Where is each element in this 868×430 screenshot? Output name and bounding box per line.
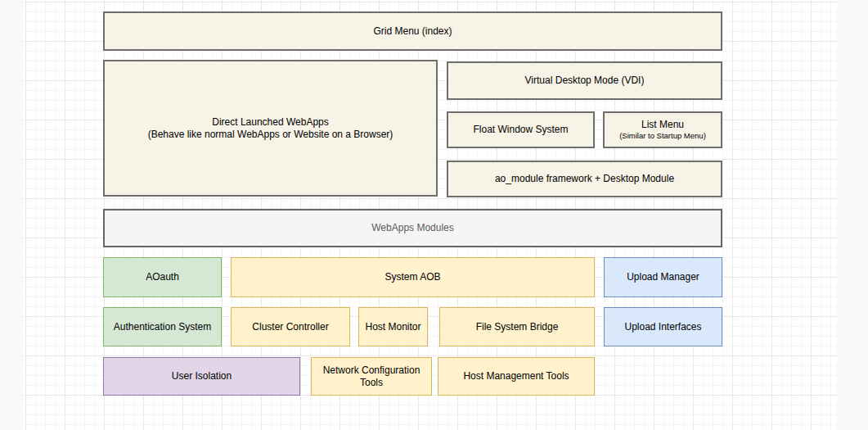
node-webapps-modules: WebApps Modules [103, 209, 722, 247]
node-network-configuration-tools: Network Configuration Tools [311, 357, 432, 396]
node-cluster-controller: Cluster Controller [231, 307, 350, 346]
node-grid-menu-label: Grid Menu (index) [373, 25, 452, 38]
node-user-isolation-label: User Isolation [172, 370, 232, 382]
node-upload-interfaces-label: Upload Interfaces [624, 321, 701, 333]
node-aoauth-label: AOauth [146, 271, 179, 283]
diagram-page: Grid Menu (index) Direct Launched WebApp… [0, 0, 868, 430]
node-direct-launched-webapps-sublabel: (Behave like normal WebApps or Website o… [148, 129, 394, 141]
node-file-system-bridge: File System Bridge [439, 307, 595, 346]
node-upload-interfaces: Upload Interfaces [604, 307, 722, 346]
node-list-menu-label: List Menu [641, 119, 684, 131]
node-cluster-controller-label: Cluster Controller [252, 321, 328, 333]
node-aoauth: AOauth [103, 257, 222, 297]
node-grid-menu: Grid Menu (index) [103, 11, 722, 51]
node-ao-module-framework-label: ao_module framework + Desktop Module [495, 173, 674, 185]
node-direct-launched-webapps: Direct Launched WebApps (Behave like nor… [103, 60, 438, 197]
node-system-aob: System AOB [231, 257, 595, 297]
node-float-window-system: Float Window System [447, 111, 595, 148]
node-authentication-system-label: Authentication System [114, 321, 211, 333]
node-ao-module-framework: ao_module framework + Desktop Module [447, 161, 722, 197]
node-virtual-desktop-mode-label: Virtual Desktop Mode (VDI) [525, 75, 645, 87]
node-webapps-modules-label: WebApps Modules [371, 222, 454, 234]
node-host-monitor-label: Host Monitor [365, 321, 421, 333]
node-authentication-system: Authentication System [103, 307, 222, 346]
node-host-management-tools-label: Host Management Tools [463, 370, 569, 382]
node-virtual-desktop-mode: Virtual Desktop Mode (VDI) [447, 61, 722, 100]
node-host-monitor: Host Monitor [358, 307, 428, 346]
node-direct-launched-webapps-label: Direct Launched WebApps [212, 116, 329, 129]
node-host-management-tools: Host Management Tools [438, 357, 595, 396]
node-network-configuration-tools-label: Network Configuration Tools [317, 364, 426, 389]
node-file-system-bridge-label: File System Bridge [476, 321, 559, 333]
node-list-menu-sublabel: (Similar to Startup Menu) [619, 131, 706, 141]
node-upload-manager: Upload Manager [604, 257, 722, 297]
node-upload-manager-label: Upload Manager [627, 271, 699, 283]
node-list-menu: List Menu (Similar to Startup Menu) [603, 111, 722, 148]
node-user-isolation: User Isolation [103, 357, 300, 396]
node-system-aob-label: System AOB [385, 271, 440, 283]
node-float-window-system-label: Float Window System [473, 124, 568, 136]
